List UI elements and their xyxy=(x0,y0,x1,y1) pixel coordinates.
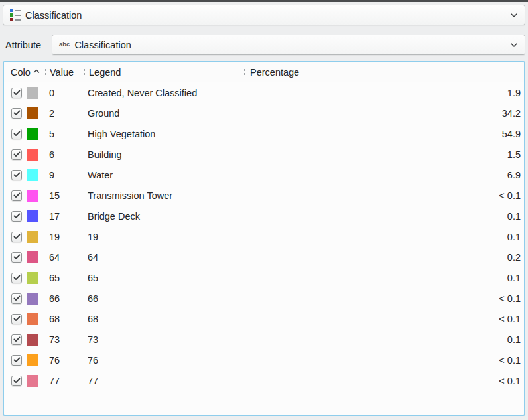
class-color-swatch[interactable] xyxy=(27,210,38,222)
row-legend: 19 xyxy=(84,232,243,242)
column-header-color-label: Colo xyxy=(11,67,31,78)
row-color-cell xyxy=(4,251,45,263)
row-percentage: 0.2 xyxy=(243,252,524,263)
row-color-cell xyxy=(4,375,45,387)
table-row[interactable]: 19 19 0.1 xyxy=(4,226,524,247)
row-color-cell xyxy=(4,313,45,325)
abc-field-type-icon: abc xyxy=(59,41,70,48)
row-legend: 77 xyxy=(84,376,243,386)
top-divider xyxy=(0,0,528,2)
row-visibility-checkbox[interactable] xyxy=(11,273,22,283)
row-percentage: 0.1 xyxy=(243,211,524,222)
class-color-swatch[interactable] xyxy=(27,231,38,243)
row-visibility-checkbox[interactable] xyxy=(11,355,22,366)
row-visibility-checkbox[interactable] xyxy=(11,88,22,98)
row-color-cell xyxy=(4,210,45,222)
row-visibility-checkbox[interactable] xyxy=(11,211,22,222)
column-header-value[interactable]: Value xyxy=(46,67,84,78)
row-value: 17 xyxy=(45,211,84,222)
column-header-color[interactable]: Colo xyxy=(4,67,45,78)
row-color-cell xyxy=(4,354,45,366)
class-color-swatch[interactable] xyxy=(27,251,38,263)
row-value: 0 xyxy=(45,88,84,98)
row-visibility-checkbox[interactable] xyxy=(11,314,22,324)
row-percentage: 6.9 xyxy=(243,170,524,180)
row-visibility-checkbox[interactable] xyxy=(11,149,22,160)
row-visibility-checkbox[interactable] xyxy=(11,170,22,180)
class-color-swatch[interactable] xyxy=(27,375,38,387)
row-visibility-checkbox[interactable] xyxy=(11,232,22,242)
row-legend: 66 xyxy=(84,293,243,304)
class-color-swatch[interactable] xyxy=(27,313,38,325)
row-percentage: < 0.1 xyxy=(243,314,524,324)
row-value: 66 xyxy=(45,293,84,304)
class-color-swatch[interactable] xyxy=(27,149,38,161)
row-color-cell xyxy=(4,169,45,181)
class-color-swatch[interactable] xyxy=(27,272,38,284)
row-visibility-checkbox[interactable] xyxy=(11,129,22,139)
attribute-select-value: Classification xyxy=(74,40,131,50)
chevron-down-icon xyxy=(510,13,518,18)
renderer-select[interactable]: Classification xyxy=(3,5,525,25)
class-color-swatch[interactable] xyxy=(27,87,38,99)
table-row[interactable]: 68 68 < 0.1 xyxy=(4,309,524,329)
table-body: 0 Created, Never Classified 1.9 2 Ground… xyxy=(4,82,524,391)
chevron-down-icon xyxy=(510,42,518,48)
table-row[interactable]: 6 Building 1.5 xyxy=(4,144,524,165)
class-color-swatch[interactable] xyxy=(27,293,38,305)
class-color-swatch[interactable] xyxy=(27,107,38,119)
row-legend: High Vegetation xyxy=(84,129,243,139)
row-value: 5 xyxy=(45,129,84,139)
attribute-select[interactable]: abc Classification xyxy=(52,35,525,55)
column-header-percentage[interactable]: Percentage xyxy=(245,67,524,78)
row-percentage: < 0.1 xyxy=(243,190,524,201)
table-row[interactable]: 73 73 0.1 xyxy=(4,329,524,350)
row-percentage: 34.2 xyxy=(243,108,524,119)
row-percentage: < 0.1 xyxy=(243,355,524,366)
row-color-cell xyxy=(4,231,45,243)
row-visibility-checkbox[interactable] xyxy=(11,334,22,345)
table-row[interactable]: 15 Transmission Tower < 0.1 xyxy=(4,185,524,206)
class-color-swatch[interactable] xyxy=(27,169,38,181)
row-visibility-checkbox[interactable] xyxy=(11,293,22,304)
class-color-swatch[interactable] xyxy=(27,128,38,140)
row-legend: Created, Never Classified xyxy=(84,88,243,98)
row-value: 76 xyxy=(45,355,84,366)
row-color-cell xyxy=(4,149,45,161)
row-percentage: 0.1 xyxy=(243,334,524,345)
table-row[interactable]: 5 High Vegetation 54.9 xyxy=(4,123,524,144)
row-legend: 73 xyxy=(84,334,243,345)
row-visibility-checkbox[interactable] xyxy=(11,108,22,119)
row-color-cell xyxy=(4,87,45,99)
row-value: 73 xyxy=(45,334,84,345)
table-row[interactable]: 2 Ground 34.2 xyxy=(4,103,524,123)
row-legend: Water xyxy=(84,170,243,180)
table-row[interactable]: 9 Water 6.9 xyxy=(4,165,524,185)
row-percentage: 54.9 xyxy=(243,129,524,139)
table-row[interactable]: 66 66 < 0.1 xyxy=(4,288,524,309)
row-visibility-checkbox[interactable] xyxy=(11,190,22,201)
table-row[interactable]: 77 77 < 0.1 xyxy=(4,370,524,391)
table-row[interactable]: 0 Created, Never Classified 1.9 xyxy=(4,82,524,103)
row-value: 64 xyxy=(45,252,84,263)
table-row[interactable]: 76 76 < 0.1 xyxy=(4,350,524,370)
class-color-swatch[interactable] xyxy=(27,354,38,366)
table-header: Colo Value Legend Percentage xyxy=(4,62,524,82)
row-percentage: 1.5 xyxy=(243,149,524,160)
row-percentage: 0.1 xyxy=(243,232,524,242)
row-percentage: < 0.1 xyxy=(243,376,524,386)
row-legend: Bridge Deck xyxy=(84,211,243,222)
row-visibility-checkbox[interactable] xyxy=(11,252,22,263)
row-visibility-checkbox[interactable] xyxy=(11,376,22,386)
column-header-legend[interactable]: Legend xyxy=(85,67,244,78)
class-color-swatch[interactable] xyxy=(27,334,38,346)
row-legend: 68 xyxy=(84,314,243,324)
table-row[interactable]: 17 Bridge Deck 0.1 xyxy=(4,206,524,226)
row-value: 19 xyxy=(45,232,84,242)
row-legend: 64 xyxy=(84,252,243,263)
table-row[interactable]: 64 64 0.2 xyxy=(4,247,524,267)
row-color-cell xyxy=(4,334,45,346)
table-row[interactable]: 65 65 0.1 xyxy=(4,267,524,288)
row-value: 77 xyxy=(45,376,84,386)
class-color-swatch[interactable] xyxy=(27,190,38,202)
